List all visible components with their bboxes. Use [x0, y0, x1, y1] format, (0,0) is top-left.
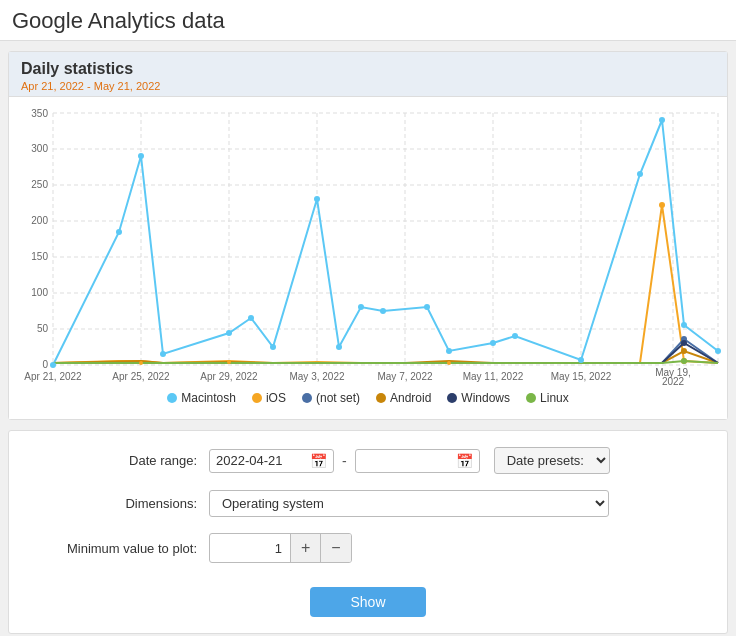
date-start-input[interactable] [216, 453, 306, 468]
date-inputs: 📅 - 📅 Date presets: [209, 447, 610, 474]
chart-section: Daily statistics Apr 21, 2022 - May 21, … [8, 51, 728, 420]
svg-point-50 [637, 171, 643, 177]
svg-point-39 [248, 315, 254, 321]
svg-point-53 [715, 348, 721, 354]
chart-title: Daily statistics [21, 60, 715, 78]
svg-point-54 [659, 202, 665, 208]
svg-text:May 3, 2022: May 3, 2022 [289, 371, 344, 382]
page-title: Google Analytics data [0, 0, 736, 41]
not-set-label: (not set) [316, 391, 360, 405]
svg-point-43 [358, 304, 364, 310]
svg-text:Apr 25, 2022: Apr 25, 2022 [112, 371, 170, 382]
svg-point-37 [160, 351, 166, 357]
svg-point-51 [659, 117, 665, 123]
date-end-input[interactable] [362, 453, 452, 468]
legend-not-set: (not set) [302, 391, 360, 405]
svg-text:200: 200 [31, 215, 48, 226]
svg-point-40 [270, 344, 276, 350]
svg-point-44 [380, 308, 386, 314]
android-line [53, 351, 718, 363]
svg-point-48 [512, 333, 518, 339]
chart-header: Daily statistics Apr 21, 2022 - May 21, … [9, 52, 727, 97]
date-range-label: Date range: [29, 453, 209, 468]
legend-android: Android [376, 391, 431, 405]
ios-dot [252, 393, 262, 403]
svg-point-58 [681, 348, 687, 354]
svg-point-34 [50, 362, 56, 368]
chart-date-range: Apr 21, 2022 - May 21, 2022 [21, 80, 715, 92]
line-chart: 0 50 100 150 200 250 300 350 Apr 21, 202… [13, 105, 731, 385]
svg-text:Apr 29, 2022: Apr 29, 2022 [200, 371, 258, 382]
svg-text:May 11, 2022: May 11, 2022 [463, 371, 524, 382]
legend-linux: Linux [526, 391, 569, 405]
macintosh-dot [167, 393, 177, 403]
linux-label: Linux [540, 391, 569, 405]
svg-point-38 [226, 330, 232, 336]
calendar-start-icon[interactable]: 📅 [310, 453, 327, 469]
show-button-row: Show [9, 579, 727, 617]
svg-point-57 [681, 340, 687, 346]
svg-point-45 [424, 304, 430, 310]
increment-button[interactable]: + [290, 534, 320, 562]
android-dot [376, 393, 386, 403]
svg-point-46 [446, 348, 452, 354]
svg-point-41 [314, 196, 320, 202]
linux-dot [526, 393, 536, 403]
min-value-controls: + − [209, 533, 352, 563]
macintosh-label: Macintosh [181, 391, 236, 405]
date-presets-select[interactable]: Date presets: [494, 447, 610, 474]
date-separator: - [340, 453, 349, 469]
svg-point-42 [336, 344, 342, 350]
ios-label: iOS [266, 391, 286, 405]
dimensions-label: Dimensions: [29, 496, 209, 511]
ios-line [53, 205, 718, 363]
svg-text:50: 50 [37, 323, 49, 334]
legend-windows: Windows [447, 391, 510, 405]
svg-text:May 15, 2022: May 15, 2022 [551, 371, 612, 382]
not-set-line [53, 339, 718, 363]
windows-dot [447, 393, 457, 403]
chart-container: 0 50 100 150 200 250 300 350 Apr 21, 202… [9, 97, 727, 419]
windows-line [53, 343, 718, 363]
decrement-button[interactable]: − [320, 534, 350, 562]
chart-legend: Macintosh iOS (not set) Android Windows … [13, 385, 723, 415]
min-value-row: Minimum value to plot: + − [9, 533, 727, 563]
legend-ios: iOS [252, 391, 286, 405]
svg-text:Apr 21, 2022: Apr 21, 2022 [24, 371, 82, 382]
svg-text:May 7, 2022: May 7, 2022 [377, 371, 432, 382]
date-start-wrap[interactable]: 📅 [209, 449, 334, 473]
svg-text:100: 100 [31, 287, 48, 298]
date-end-wrap[interactable]: 📅 [355, 449, 480, 473]
show-button[interactable]: Show [310, 587, 425, 617]
svg-point-60 [139, 361, 143, 365]
dimensions-select[interactable]: Operating system [209, 490, 609, 517]
legend-macintosh: Macintosh [167, 391, 236, 405]
not-set-dot [302, 393, 312, 403]
macintosh-line [53, 120, 718, 365]
min-value-label: Minimum value to plot: [29, 541, 209, 556]
svg-point-52 [681, 322, 687, 328]
svg-point-47 [490, 340, 496, 346]
controls-section: Date range: 📅 - 📅 Date presets: Dimensio… [8, 430, 728, 634]
android-label: Android [390, 391, 431, 405]
svg-text:300: 300 [31, 143, 48, 154]
date-range-row: Date range: 📅 - 📅 Date presets: [9, 447, 727, 474]
svg-point-35 [116, 229, 122, 235]
windows-label: Windows [461, 391, 510, 405]
svg-point-61 [227, 360, 231, 364]
dimensions-row: Dimensions: Operating system [9, 490, 727, 517]
svg-point-49 [578, 357, 584, 363]
calendar-end-icon[interactable]: 📅 [456, 453, 473, 469]
min-value-input[interactable] [210, 537, 290, 560]
svg-text:150: 150 [31, 251, 48, 262]
svg-text:250: 250 [31, 179, 48, 190]
svg-text:2022: 2022 [662, 376, 685, 385]
svg-point-59 [681, 358, 687, 364]
svg-point-62 [447, 361, 451, 365]
svg-text:350: 350 [31, 108, 48, 119]
svg-text:0: 0 [42, 359, 48, 370]
svg-point-36 [138, 153, 144, 159]
